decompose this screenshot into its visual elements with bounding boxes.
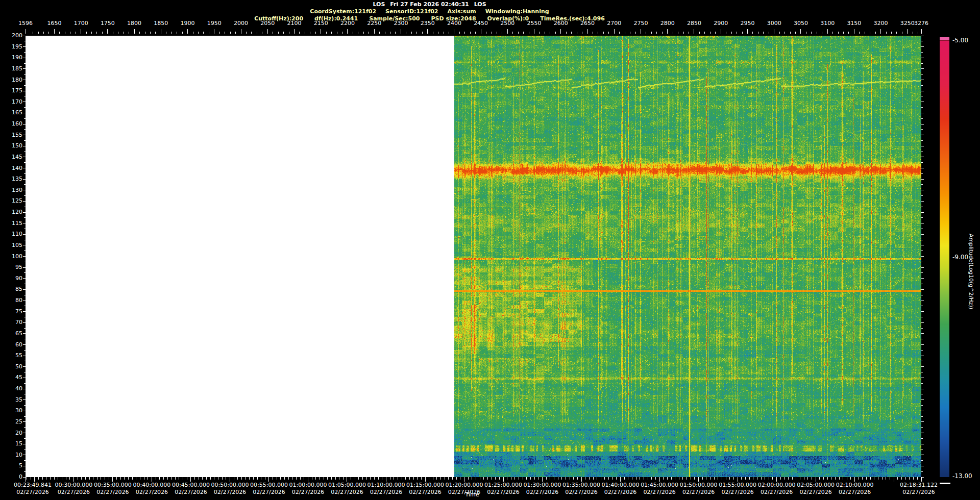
frequency-minor-tick	[24, 129, 26, 130]
spectrogram-canvas[interactable]	[454, 36, 921, 477]
date-tick-label: 02/27/2026	[682, 489, 715, 495]
time-major-tick	[581, 477, 582, 482]
time-minor-tick	[608, 477, 609, 480]
frequency-tick-label: 65	[3, 331, 22, 337]
time-minor-tick	[206, 477, 207, 480]
date-tick-label: 02/27/2026	[175, 489, 207, 495]
time-minor-tick	[897, 477, 898, 480]
time-minor-tick	[331, 477, 332, 480]
frequency-minor-tick	[24, 383, 26, 384]
record-major-tick	[667, 29, 668, 34]
frequency-major-tick	[23, 68, 26, 69]
frequency-tick-label: 200	[3, 33, 22, 39]
time-tick-label: 01:00:00.000	[289, 482, 327, 488]
frequency-major-tick	[23, 179, 26, 180]
record-minor-tick	[731, 32, 732, 34]
frequency-minor-tick-right	[921, 251, 923, 251]
frequency-major-tick-right	[921, 455, 924, 455]
frequency-major-tick	[23, 91, 26, 91]
frequency-major-tick	[23, 124, 26, 124]
record-minor-tick	[289, 32, 289, 34]
frequency-minor-tick	[24, 438, 26, 439]
time-minor-tick	[827, 477, 828, 480]
record-major-tick	[481, 29, 481, 34]
date-tick-label: 02/27/2026	[409, 489, 441, 495]
frequency-major-tick-right	[921, 366, 924, 367]
frequency-major-tick	[23, 190, 26, 190]
frequency-major-tick-right	[921, 91, 924, 91]
record-tick-label: 3050	[794, 20, 808, 27]
record-minor-tick	[646, 32, 646, 34]
record-minor-tick	[699, 32, 700, 34]
time-major-tick	[268, 477, 269, 482]
record-minor-tick	[635, 32, 636, 34]
frequency-tick-label: 165	[3, 110, 22, 116]
record-minor-tick	[529, 32, 529, 34]
time-minor-tick	[651, 477, 652, 480]
frequency-major-tick	[23, 245, 26, 245]
time-minor-tick	[85, 477, 86, 480]
colorbar-min-label: -13.00	[952, 473, 972, 480]
record-tick-label: 2250	[367, 20, 381, 27]
time-minor-tick	[819, 477, 820, 480]
record-major-tick	[401, 29, 401, 34]
record-tick-label: 2550	[527, 20, 542, 27]
time-minor-tick	[538, 477, 538, 480]
record-major-tick	[880, 29, 881, 34]
frequency-major-tick-right	[921, 256, 924, 257]
frequency-minor-tick	[24, 63, 26, 64]
record-tick-label: 1800	[127, 20, 141, 27]
record-minor-tick	[59, 32, 60, 34]
time-major-tick	[34, 477, 35, 482]
time-minor-tick	[351, 477, 351, 480]
record-minor-tick	[737, 32, 737, 34]
time-minor-tick	[261, 477, 261, 480]
time-minor-tick	[702, 477, 703, 480]
time-minor-tick	[483, 477, 484, 480]
record-major-tick	[694, 29, 694, 34]
time-minor-tick	[601, 477, 601, 480]
record-tick-label: 2900	[714, 20, 728, 27]
frequency-minor-tick	[24, 152, 26, 152]
record-minor-tick	[113, 32, 113, 34]
frequency-major-tick	[23, 389, 26, 389]
date-tick-label: 02/27/2026	[214, 489, 246, 495]
record-minor-tick	[497, 32, 497, 34]
time-minor-tick	[304, 477, 304, 480]
record-minor-tick	[416, 32, 417, 34]
record-minor-tick	[902, 32, 902, 34]
frequency-minor-tick	[24, 229, 26, 229]
title-token: LOS	[474, 1, 486, 8]
frequency-major-tick-right	[921, 301, 924, 301]
record-tick-label: 2700	[607, 20, 621, 27]
time-tick-label: 01:20:00.000	[446, 482, 483, 488]
time-minor-tick	[769, 477, 769, 480]
frequency-major-tick	[23, 278, 26, 279]
time-minor-tick	[706, 477, 706, 480]
time-minor-tick	[390, 477, 390, 480]
record-minor-tick	[118, 32, 118, 34]
time-minor-tick	[105, 477, 105, 480]
frequency-tick-label: 90	[3, 276, 22, 282]
record-tick-label: 3000	[767, 20, 781, 27]
frequency-minor-tick-right	[921, 361, 923, 361]
time-minor-tick	[374, 477, 375, 480]
record-minor-tick	[651, 32, 652, 34]
time-minor-tick	[284, 477, 285, 480]
time-minor-tick	[58, 477, 58, 480]
frequency-tick-label: 115	[3, 220, 22, 227]
time-major-tick	[386, 477, 386, 482]
frequency-tick-label: 55	[3, 353, 22, 359]
time-minor-tick	[523, 477, 523, 480]
record-minor-tick	[577, 32, 577, 34]
time-minor-tick	[511, 477, 511, 480]
record-minor-tick	[598, 32, 598, 34]
time-minor-tick	[917, 477, 918, 480]
frequency-major-tick	[23, 36, 26, 36]
record-minor-tick	[177, 32, 177, 34]
time-minor-tick	[296, 477, 297, 480]
time-minor-tick	[573, 477, 574, 480]
time-minor-tick	[202, 477, 203, 480]
time-tick-label: 01:25:00.000	[484, 482, 522, 488]
time-minor-tick	[222, 477, 223, 480]
